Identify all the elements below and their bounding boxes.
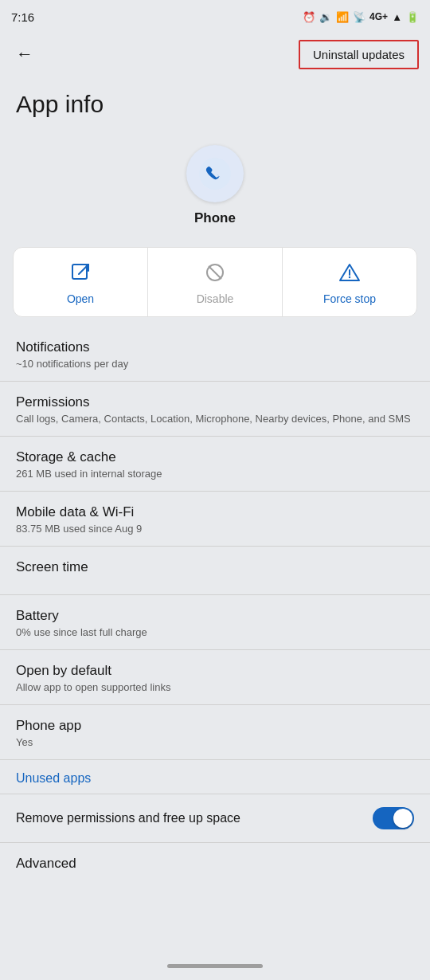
storage-title: Storage & cache — [16, 449, 414, 465]
battery-item[interactable]: Battery 0% use since last full charge — [0, 595, 430, 649]
toggle-knob — [393, 809, 412, 828]
remove-permissions-label: Remove permissions and free up space — [16, 811, 373, 825]
advanced-label: Advanced — [16, 856, 76, 871]
force-stop-icon — [339, 262, 360, 288]
screen-time-item[interactable]: Screen time — [0, 547, 430, 594]
phone-app-title: Phone app — [16, 718, 414, 734]
back-button[interactable]: ← — [11, 39, 38, 69]
notifications-item[interactable]: Notifications ~10 notifications per day — [0, 327, 430, 381]
svg-point-0 — [199, 158, 231, 190]
screen-time-title: Screen time — [16, 559, 414, 575]
disable-button[interactable]: Disable — [148, 248, 283, 316]
advanced-item[interactable]: Advanced — [0, 843, 430, 878]
permissions-subtitle: Call logs, Camera, Contacts, Location, M… — [16, 413, 414, 425]
app-name: Phone — [194, 210, 236, 226]
open-icon — [70, 262, 91, 288]
permissions-title: Permissions — [16, 394, 414, 410]
mobile-data-title: Mobile data & Wi-Fi — [16, 504, 414, 520]
status-time: 7:16 — [11, 10, 34, 24]
dolby-icon: 🔉 — [319, 11, 332, 23]
wifi-icon: 📡 — [353, 11, 366, 23]
svg-point-6 — [349, 276, 350, 278]
phone-app-subtitle: Yes — [16, 736, 414, 748]
status-bar: 7:16 ⏰ 🔉 📶 📡 4G+ ▲ 🔋 — [0, 0, 430, 32]
bottom-pill — [167, 964, 263, 968]
unused-apps-label: Unused apps — [16, 771, 91, 785]
action-buttons-row: Open Disable Force stop — [13, 247, 417, 317]
unused-apps-link[interactable]: Unused apps — [0, 760, 430, 794]
status-icons: ⏰ 🔉 📶 📡 4G+ ▲ 🔋 — [303, 11, 419, 23]
battery-subtitle: 0% use since last full charge — [16, 626, 414, 638]
open-by-default-item[interactable]: Open by default Allow app to open suppor… — [0, 650, 430, 704]
remove-permissions-row: Remove permissions and free up space — [0, 794, 430, 842]
bottom-nav — [0, 956, 430, 980]
uninstall-updates-button[interactable]: Uninstall updates — [299, 40, 419, 69]
svg-line-3 — [209, 266, 221, 279]
settings-list: Notifications ~10 notifications per day … — [0, 327, 430, 894]
open-button[interactable]: Open — [14, 248, 148, 316]
phone-svg-icon — [199, 158, 231, 190]
mobile-data-subtitle: 83.75 MB used since Aug 9 — [16, 523, 414, 535]
permissions-item[interactable]: Permissions Call logs, Camera, Contacts,… — [0, 382, 430, 436]
page-title: App info — [16, 91, 414, 118]
storage-item[interactable]: Storage & cache 261 MB used in internal … — [0, 437, 430, 491]
storage-subtitle: 261 MB used in internal storage — [16, 468, 414, 480]
signal-icon: ▲ — [392, 11, 402, 23]
notifications-subtitle: ~10 notifications per day — [16, 358, 414, 370]
app-icon-section: Phone — [0, 126, 430, 241]
battery-icon: 🔋 — [406, 11, 419, 23]
network-icon: 📶 — [336, 11, 349, 23]
open-label: Open — [67, 292, 94, 305]
notifications-title: Notifications — [16, 339, 414, 355]
page-title-section: App info — [0, 76, 430, 126]
svg-rect-1 — [72, 265, 87, 279]
top-bar: ← Uninstall updates — [0, 32, 430, 76]
force-stop-label: Force stop — [323, 292, 376, 305]
battery-title: Battery — [16, 608, 414, 624]
phone-app-item[interactable]: Phone app Yes — [0, 705, 430, 759]
open-by-default-subtitle: Allow app to open supported links — [16, 681, 414, 693]
disable-icon — [205, 262, 225, 288]
signal-4g-icon: 4G+ — [369, 11, 388, 22]
open-by-default-title: Open by default — [16, 663, 414, 679]
app-icon — [186, 145, 244, 202]
remove-permissions-toggle[interactable] — [373, 807, 414, 829]
force-stop-button[interactable]: Force stop — [283, 248, 416, 316]
alarm-icon: ⏰ — [303, 11, 315, 23]
mobile-data-item[interactable]: Mobile data & Wi-Fi 83.75 MB used since … — [0, 492, 430, 546]
disable-label: Disable — [197, 292, 234, 305]
